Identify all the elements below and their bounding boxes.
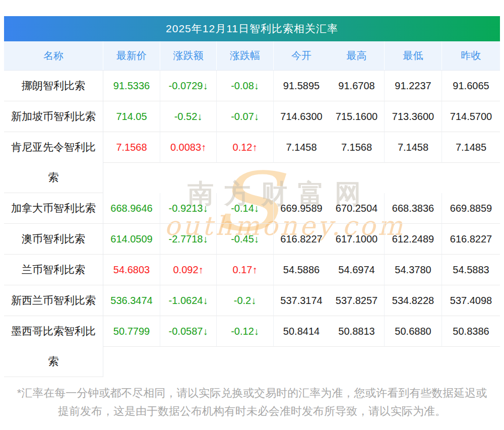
table-body: 挪朗智利比索 91.5336 -0.0729↓ -0.08↓ 91.5895 9…	[4, 71, 500, 377]
low-price: 7.1458	[385, 132, 442, 163]
table-row: 兰币智利比索 54.6803 0.092↑ 0.17↑ 54.5886 54.6…	[4, 255, 500, 285]
prev-close: 714.5700	[442, 101, 500, 132]
latest-price: 54.6803	[103, 255, 160, 285]
low-price: 91.2237	[385, 71, 442, 101]
currency-name: 新西兰币智利比索	[4, 285, 103, 316]
high-price: 54.6974	[329, 255, 385, 285]
col-header-latest: 最新价	[103, 41, 160, 70]
latest-price: 7.1568	[103, 132, 160, 163]
currency-name: 肯尼亚先令智利比索	[4, 132, 103, 193]
change-percent: -0.45↓	[217, 224, 274, 255]
latest-price: 50.7799	[103, 316, 160, 347]
col-header-prev-close: 昨收	[442, 41, 500, 70]
col-header-change-pct: 涨跌幅	[217, 41, 274, 70]
change-amount: 0.0083↑	[160, 132, 217, 163]
col-header-change: 涨跌额	[160, 41, 217, 70]
change-amount: -1.0624↓	[160, 285, 217, 316]
table-row: 墨西哥比索智利比索 50.7799 -0.0587↓ -0.12↓ 50.841…	[4, 316, 500, 377]
latest-price: 614.0509	[103, 224, 160, 255]
table-header-row: 名称 最新价 涨跌额 涨跌幅 今开 最高 最低 昨收	[4, 41, 500, 71]
change-percent: -0.08↓	[217, 71, 274, 101]
exchange-rate-page: S 南方财富网 outhmoney.com 2025年12月11日智利比索相关汇…	[0, 0, 504, 430]
open-price: 50.8414	[274, 316, 329, 347]
currency-name: 新加坡币智利比索	[4, 101, 103, 132]
col-header-open: 今开	[274, 41, 329, 70]
prev-close: 50.8386	[442, 316, 500, 347]
change-amount: 0.092↑	[160, 255, 217, 285]
table-row: 新西兰币智利比索 536.3474 -1.0624↓ -0.2↓ 537.317…	[4, 285, 500, 316]
change-amount: -0.0729↓	[160, 71, 217, 101]
open-price: 714.6300	[274, 101, 329, 132]
low-price: 713.3600	[385, 101, 442, 132]
prev-close: 7.1485	[442, 132, 500, 163]
table-row: 澳币智利比索 614.0509 -2.7718↓ -0.45↓ 616.8227…	[4, 224, 500, 255]
prev-close: 616.8227	[442, 224, 500, 255]
table-row: 加拿大币智利比索 668.9646 -0.9213↓ -0.14↓ 669.95…	[4, 193, 500, 224]
latest-price: 91.5336	[103, 71, 160, 101]
currency-name: 墨西哥比索智利比索	[4, 316, 103, 377]
high-price: 50.8813	[329, 316, 385, 347]
table-title: 2025年12月11日智利比索相关汇率	[4, 16, 500, 41]
open-price: 7.1458	[274, 132, 329, 163]
disclaimer-note: *汇率在每一分钟或都不尽相同，请以实际兑换或交易时的汇率为准，您或许看到有些数据…	[12, 384, 492, 420]
table-row: 肯尼亚先令智利比索 7.1568 0.0083↑ 0.12↑ 7.1458 7.…	[4, 132, 500, 193]
change-percent: 0.12↑	[217, 132, 274, 163]
col-header-high: 最高	[329, 41, 385, 70]
change-amount: -2.7718↓	[160, 224, 217, 255]
low-price: 50.6880	[385, 316, 442, 347]
high-price: 537.8257	[329, 285, 385, 316]
change-percent: -0.12↓	[217, 316, 274, 347]
latest-price: 714.05	[103, 101, 160, 132]
prev-close: 91.6065	[442, 71, 500, 101]
latest-price: 536.3474	[103, 285, 160, 316]
low-price: 534.8228	[385, 285, 442, 316]
high-price: 670.2504	[329, 193, 385, 224]
prev-close: 537.4098	[442, 285, 500, 316]
table-row: 新加坡币智利比索 714.05 -0.52↓ -0.07↓ 714.6300 7…	[4, 101, 500, 132]
change-amount: -0.0587↓	[160, 316, 217, 347]
change-amount: -0.52↓	[160, 101, 217, 132]
currency-name: 兰币智利比索	[4, 255, 103, 285]
high-price: 617.1000	[329, 224, 385, 255]
latest-price: 668.9646	[103, 193, 160, 224]
low-price: 668.3836	[385, 193, 442, 224]
table-row: 挪朗智利比索 91.5336 -0.0729↓ -0.08↓ 91.5895 9…	[4, 71, 500, 101]
col-header-name: 名称	[4, 41, 103, 70]
high-price: 91.6708	[329, 71, 385, 101]
currency-name: 加拿大币智利比索	[4, 193, 103, 224]
col-header-low: 最低	[385, 41, 442, 70]
open-price: 537.3174	[274, 285, 329, 316]
low-price: 54.3780	[385, 255, 442, 285]
rates-table: 2025年12月11日智利比索相关汇率 名称 最新价 涨跌额 涨跌幅 今开 最高…	[4, 16, 500, 377]
prev-close: 54.5883	[442, 255, 500, 285]
open-price: 54.5886	[274, 255, 329, 285]
prev-close: 669.8859	[442, 193, 500, 224]
high-price: 715.1600	[329, 101, 385, 132]
change-percent: -0.2↓	[217, 285, 274, 316]
open-price: 669.9589	[274, 193, 329, 224]
low-price: 612.2489	[385, 224, 442, 255]
change-percent: -0.14↓	[217, 193, 274, 224]
change-percent: -0.07↓	[217, 101, 274, 132]
open-price: 91.5895	[274, 71, 329, 101]
change-percent: 0.17↑	[217, 255, 274, 285]
currency-name: 澳币智利比索	[4, 224, 103, 255]
high-price: 7.1568	[329, 132, 385, 163]
currency-name: 挪朗智利比索	[4, 71, 103, 101]
change-amount: -0.9213↓	[160, 193, 217, 224]
open-price: 616.8227	[274, 224, 329, 255]
